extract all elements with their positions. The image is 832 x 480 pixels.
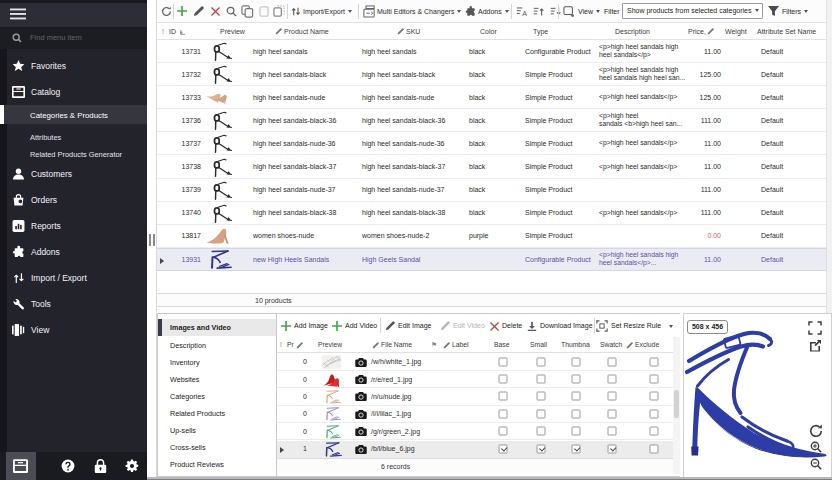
svg-text:A: A [522, 10, 527, 17]
